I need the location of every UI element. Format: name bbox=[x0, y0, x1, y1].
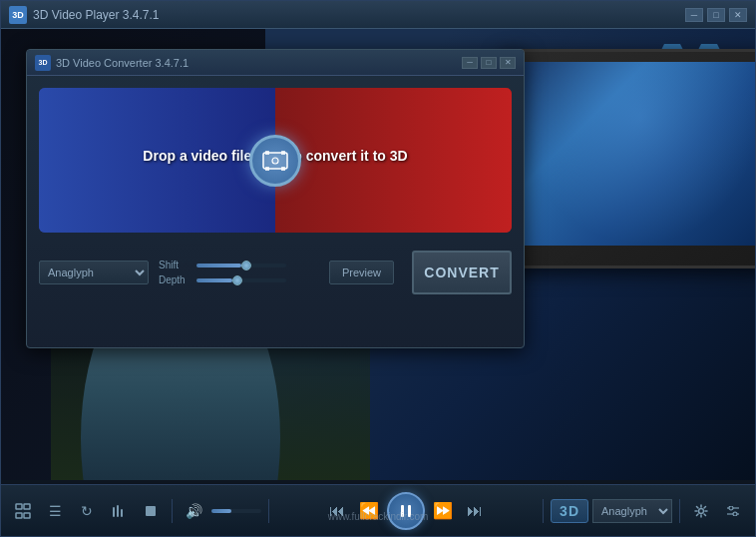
playlist-button[interactable]: ☰ bbox=[41, 497, 69, 525]
equalizer-icon bbox=[112, 504, 126, 518]
outer-window: 3D 3D Video Player 3.4.7.1 ─ □ ✕ bbox=[0, 0, 756, 537]
separator-1 bbox=[172, 499, 173, 523]
svg-point-19 bbox=[729, 506, 733, 510]
svg-point-5 bbox=[272, 158, 278, 164]
outer-maximize-button[interactable]: □ bbox=[707, 8, 725, 22]
dialog-minimize-button[interactable]: ─ bbox=[462, 57, 478, 69]
tv-screen bbox=[521, 62, 755, 246]
svg-rect-12 bbox=[121, 509, 123, 517]
shift-fill bbox=[196, 264, 241, 268]
svg-rect-6 bbox=[16, 504, 22, 509]
equalizer-button[interactable] bbox=[105, 497, 133, 525]
svg-rect-11 bbox=[117, 505, 119, 517]
svg-rect-16 bbox=[408, 505, 411, 517]
separator-2 bbox=[268, 499, 269, 523]
dialog-maximize-button[interactable]: □ bbox=[481, 57, 497, 69]
converter-dialog: 3D 3D Video Converter 3.4.7.1 ─ □ ✕ Drop… bbox=[26, 49, 525, 348]
svg-point-17 bbox=[699, 508, 704, 513]
rewind-button[interactable]: ⏮ bbox=[323, 497, 351, 525]
bottom-toolbar: ☰ ↻ 🔊 ⏮ ⏪ bbox=[1, 484, 755, 536]
depth-fill bbox=[196, 278, 232, 282]
adjust-icon bbox=[726, 506, 740, 516]
tv-decoration bbox=[496, 49, 755, 308]
fast-forward-end-button[interactable]: ⏭ bbox=[461, 497, 489, 525]
fullscreen-icon bbox=[15, 503, 31, 519]
adjust-button[interactable] bbox=[719, 497, 747, 525]
controls-area: Anaglyph Shift Depth bbox=[27, 245, 524, 300]
shift-thumb[interactable] bbox=[241, 261, 251, 270]
playback-controls: ⏮ ⏪ ⏩ ⏭ bbox=[276, 492, 536, 530]
dialog-title-bar: 3D 3D Video Converter 3.4.7.1 ─ □ ✕ bbox=[27, 50, 524, 76]
separator-4 bbox=[679, 499, 680, 523]
film-icon bbox=[262, 150, 288, 172]
outer-minimize-button[interactable]: ─ bbox=[685, 8, 703, 22]
svg-rect-9 bbox=[24, 513, 30, 518]
dialog-close-button[interactable]: ✕ bbox=[500, 57, 516, 69]
outer-title-icon: 3D bbox=[9, 6, 27, 24]
three-d-badge: 3D bbox=[551, 499, 588, 523]
settings-icon bbox=[694, 504, 708, 518]
shift-label: Shift bbox=[159, 260, 190, 270]
depth-label: Depth bbox=[159, 274, 190, 285]
play-icon bbox=[399, 504, 413, 518]
preview-button[interactable]: Preview bbox=[329, 261, 394, 284]
svg-rect-3 bbox=[265, 167, 269, 171]
play-pause-button[interactable] bbox=[387, 492, 425, 530]
rotate-button[interactable]: ↻ bbox=[73, 497, 101, 525]
outer-close-button[interactable]: ✕ bbox=[729, 8, 747, 22]
main-content: ⬡ ⬡ bbox=[1, 29, 755, 484]
film-icon-circle bbox=[249, 135, 301, 187]
fullscreen-button[interactable] bbox=[9, 497, 37, 525]
tv-body bbox=[506, 49, 755, 268]
drop-area[interactable]: Drop a video file here to convert it to … bbox=[39, 88, 512, 233]
convert-button[interactable]: CONVERT bbox=[412, 251, 512, 294]
outer-title-controls: ─ □ ✕ bbox=[685, 8, 747, 22]
tv-screen-glow bbox=[521, 62, 755, 246]
separator-3 bbox=[543, 499, 544, 523]
volume-button[interactable]: 🔊 bbox=[180, 497, 207, 525]
depth-thumb[interactable] bbox=[232, 275, 242, 285]
svg-rect-1 bbox=[265, 151, 269, 155]
svg-rect-2 bbox=[281, 151, 285, 155]
volume-fill bbox=[211, 509, 231, 513]
drop-area-center-icon bbox=[249, 135, 301, 187]
svg-rect-7 bbox=[24, 504, 30, 509]
depth-slider[interactable] bbox=[196, 278, 286, 282]
volume-slider[interactable] bbox=[211, 509, 261, 513]
settings-button[interactable] bbox=[687, 497, 715, 525]
fast-forward-button[interactable]: ⏩ bbox=[429, 497, 457, 525]
outer-title-bar: 3D 3D Video Player 3.4.7.1 ─ □ ✕ bbox=[1, 1, 755, 29]
dialog-title-text: 3D Video Converter 3.4.7.1 bbox=[56, 57, 462, 69]
depth-slider-row: Depth bbox=[159, 274, 319, 285]
stop-button[interactable] bbox=[137, 497, 165, 525]
sliders-area: Shift Depth bbox=[159, 260, 319, 285]
stop-icon bbox=[145, 505, 157, 517]
svg-rect-4 bbox=[281, 167, 285, 171]
svg-rect-15 bbox=[401, 505, 404, 517]
svg-rect-14 bbox=[146, 506, 156, 516]
outer-title-text: 3D Video Player 3.4.7.1 bbox=[33, 8, 685, 22]
svg-point-21 bbox=[733, 512, 737, 516]
dialog-controls: ─ □ ✕ bbox=[462, 57, 516, 69]
fast-backward-button[interactable]: ⏪ bbox=[355, 497, 383, 525]
svg-rect-10 bbox=[113, 507, 115, 517]
shift-slider[interactable] bbox=[196, 264, 286, 268]
shift-slider-row: Shift bbox=[159, 260, 319, 270]
dialog-title-icon: 3D bbox=[35, 55, 51, 71]
anaglyph-select[interactable]: Anaglyph bbox=[39, 261, 149, 284]
bottom-anaglyph-select[interactable]: Anaglyph bbox=[592, 499, 672, 523]
svg-rect-8 bbox=[16, 513, 22, 518]
